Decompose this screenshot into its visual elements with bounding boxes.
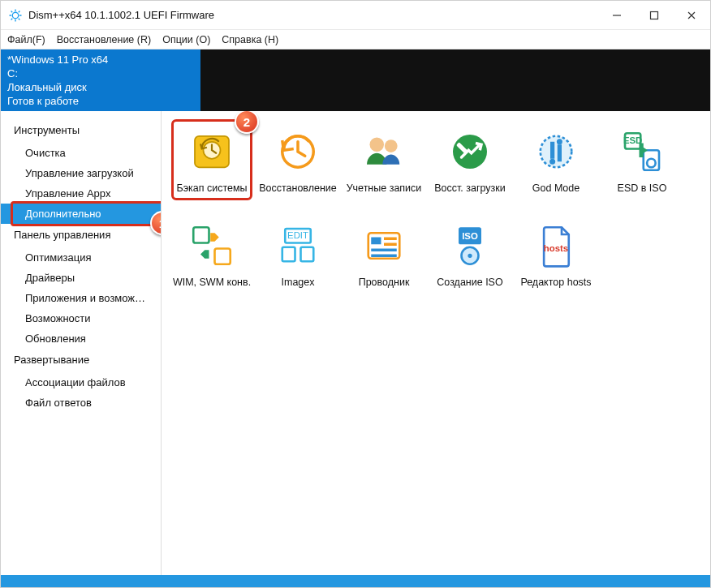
tile-label: Бэкап системы <box>176 182 247 195</box>
wimswm-icon <box>186 220 238 272</box>
sidebar-item-cleanup[interactable]: Очистка <box>1 143 161 163</box>
sidebar-item-bootmgr[interactable]: Управление загрузкой <box>1 163 161 183</box>
imagex-icon: EDIT <box>272 220 324 272</box>
app-window: Dism++x64 10.1.1002.1 UEFI Firmware Файл… <box>0 0 711 588</box>
users-icon <box>358 126 410 178</box>
sidebar-item-drivers[interactable]: Драйверы <box>1 268 161 288</box>
tile-label: Создание ISO <box>437 277 502 289</box>
tile-wimswm[interactable]: WIM, SWM конв. <box>170 217 254 306</box>
sidebar-item-optimize[interactable]: Оптимизация <box>1 247 161 268</box>
app-icon <box>7 7 24 24</box>
svg-point-12 <box>549 159 555 165</box>
svg-rect-11 <box>558 144 562 161</box>
info-status: Готов к работе <box>7 94 194 108</box>
sidebar: Инструменты Очистка Управление загрузкой… <box>1 111 162 575</box>
sidebar-item-advanced[interactable]: Дополнительно <box>1 204 161 224</box>
restore-icon <box>272 126 324 178</box>
menu-restore[interactable]: Восстановление (R) <box>57 34 151 45</box>
menu-file[interactable]: Файл(F) <box>7 34 45 45</box>
system-info[interactable]: *Windows 11 Pro x64 C: Локальный диск Го… <box>1 49 200 111</box>
info-blank <box>200 49 710 111</box>
svg-rect-29 <box>371 255 397 258</box>
tile-label: God Mode <box>532 182 580 195</box>
svg-rect-27 <box>384 243 397 247</box>
svg-text:EDIT: EDIT <box>287 230 308 240</box>
tile-label: Imagex <box>282 277 315 289</box>
svg-rect-10 <box>550 142 554 159</box>
tile-backup[interactable]: 2 Бэкап системы <box>170 122 254 212</box>
sidebar-item-appx[interactable]: Управление Appx <box>1 183 161 204</box>
tile-restore[interactable]: Восстановление <box>256 122 340 212</box>
tile-bootrepair[interactable]: Восст. загрузки <box>428 122 512 212</box>
sidebar-head-deploy: Развертывание <box>1 349 161 372</box>
sidebar-head-instruments: Инструменты <box>1 119 161 143</box>
svg-point-9 <box>541 136 572 168</box>
window-title: Dism++x64 10.1.1002.1 UEFI Firmware <box>28 9 214 21</box>
tile-label: Учетные записи <box>347 182 422 195</box>
tile-createiso[interactable]: ISO Создание ISO <box>428 217 512 306</box>
svg-point-5 <box>370 138 385 152</box>
menu-options[interactable]: Опции (O) <box>162 34 210 45</box>
svg-point-6 <box>385 139 398 152</box>
sidebar-item-caps[interactable]: Возможности <box>1 308 161 328</box>
tile-label: Восстановление <box>259 182 337 195</box>
svg-rect-28 <box>371 249 397 252</box>
tile-label: WIM, SWM конв. <box>173 277 251 289</box>
maximize-button[interactable] <box>636 1 673 29</box>
sidebar-item-unattend[interactable]: Файл ответов <box>1 393 161 413</box>
tile-imagex[interactable]: EDIT Imagex <box>256 217 340 306</box>
tile-hosts[interactable]: hosts Редактор hosts <box>514 217 598 306</box>
body: Инструменты Очистка Управление загрузкой… <box>1 111 710 575</box>
menubar: Файл(F) Восстановление (R) Опции (O) Спр… <box>1 30 710 49</box>
backup-icon <box>186 126 238 178</box>
minimize-button[interactable] <box>598 1 636 29</box>
sidebar-item-advanced-wrap: Дополнительно 1 <box>1 204 161 224</box>
tile-godmode[interactable]: God Mode <box>514 122 598 212</box>
tile-explorer[interactable]: Проводник <box>342 217 426 306</box>
explorer-icon <box>358 220 410 272</box>
svg-rect-19 <box>215 249 231 264</box>
sidebar-item-assoc[interactable]: Ассоциации файлов <box>1 372 161 393</box>
info-os: *Windows 11 Pro x64 <box>7 53 194 67</box>
tool-grid: 2 Бэкап системы <box>162 111 710 575</box>
svg-point-0 <box>12 12 19 19</box>
tile-users[interactable]: Учетные записи <box>342 122 426 212</box>
svg-rect-25 <box>371 238 381 245</box>
info-drive: C: <box>7 67 194 80</box>
tile-esd2iso[interactable]: ESD ESD в ISO <box>600 122 684 212</box>
svg-rect-18 <box>193 227 209 242</box>
svg-rect-22 <box>282 247 295 262</box>
svg-rect-26 <box>384 238 397 241</box>
info-panel: *Windows 11 Pro x64 C: Локальный диск Го… <box>1 49 710 111</box>
svg-point-13 <box>557 139 562 144</box>
svg-rect-1 <box>651 11 658 19</box>
close-button[interactable] <box>673 1 710 29</box>
svg-point-33 <box>468 254 472 258</box>
sidebar-item-features[interactable]: Приложения и возможнос <box>1 288 161 308</box>
esd2iso-icon: ESD <box>616 126 668 178</box>
menu-help[interactable]: Справка (H) <box>222 34 278 45</box>
createiso-icon: ISO <box>444 220 496 272</box>
status-bar <box>1 575 710 587</box>
svg-rect-23 <box>301 247 314 262</box>
bootrepair-icon <box>444 126 496 178</box>
tile-label: Восст. загрузки <box>434 182 506 195</box>
svg-text:ISO: ISO <box>462 231 478 241</box>
sidebar-item-updates[interactable]: Обновления <box>1 328 161 349</box>
sidebar-head-panel: Панель управления <box>1 224 161 247</box>
hosts-icon: hosts <box>530 220 582 272</box>
tile-label: Проводник <box>359 277 410 289</box>
godmode-icon <box>530 126 582 178</box>
svg-text:hosts: hosts <box>544 243 568 253</box>
tile-label: Редактор hosts <box>520 277 591 289</box>
tile-label: ESD в ISO <box>618 182 667 195</box>
info-disk: Локальный диск <box>7 80 194 94</box>
titlebar: Dism++x64 10.1.1002.1 UEFI Firmware <box>1 1 710 30</box>
